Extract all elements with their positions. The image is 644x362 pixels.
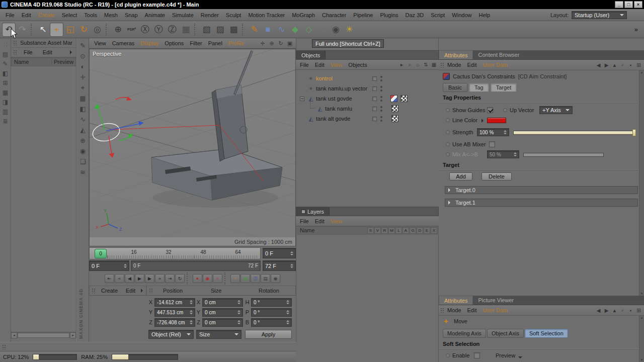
layer-flag-column[interactable]: L <box>395 227 402 234</box>
visibility-dots-icon[interactable] <box>380 116 382 118</box>
clone-tool-icon[interactable]: ❏ <box>77 156 88 167</box>
menu-item[interactable]: Character <box>318 11 350 20</box>
coordinate-system-icon[interactable]: ⊕ <box>111 23 125 37</box>
scroll-thumb[interactable] <box>18 333 69 338</box>
tab-content-browser[interactable]: Content Browser <box>473 50 524 59</box>
column-name[interactable]: Name <box>11 59 52 65</box>
viewport-menu-item[interactable]: Options <box>162 39 187 47</box>
palette-grip-icon[interactable]: ∷ <box>1 40 10 49</box>
menu-item[interactable]: Simulate <box>169 11 197 20</box>
spinner-icon[interactable] <box>188 319 193 326</box>
floor-object-icon[interactable]: ▬ <box>315 23 329 37</box>
position-x-field[interactable]: -14.612 cm <box>154 298 195 307</box>
magnet-tool-icon[interactable]: ⊕ <box>77 135 88 146</box>
menu-item[interactable]: Create <box>35 11 58 20</box>
attributes-menu-item[interactable]: Mode <box>444 61 464 69</box>
primitive-cube-icon[interactable]: ■ <box>261 23 275 37</box>
brush-tool-icon[interactable]: ✎ <box>77 40 88 51</box>
rotate-tool-icon[interactable]: ↻ <box>77 23 91 37</box>
record-camera-icon[interactable]: ◉ <box>271 274 280 283</box>
menu-item[interactable]: Snap <box>121 11 141 20</box>
home-path-icon[interactable]: ⌂ <box>414 61 422 68</box>
mask-tool-icon[interactable]: ◉ <box>77 146 88 156</box>
dodge-tool-icon[interactable]: ◐ <box>77 61 88 72</box>
layer-flag-column[interactable]: X <box>431 227 437 234</box>
search-icon[interactable]: ⌕ <box>619 61 626 69</box>
menu-item[interactable]: Tools <box>80 11 101 20</box>
menu-item[interactable]: Edit <box>18 11 35 20</box>
back-icon[interactable]: ◀ <box>595 61 602 69</box>
layer-toggle[interactable] <box>372 117 377 121</box>
rotation-b-field[interactable]: 0 ° <box>251 318 292 327</box>
coordinates-manager-icon[interactable]: ⊞ <box>1 78 10 87</box>
spinner-icon[interactable] <box>188 299 193 306</box>
rotation-p-field[interactable]: 0 ° <box>251 308 292 317</box>
size-x-field[interactable]: 0 cm <box>202 298 243 307</box>
pan-view-icon[interactable]: ✛ <box>259 39 267 47</box>
objects-menu-item[interactable]: File <box>297 61 312 69</box>
menu-item[interactable]: MoGraph <box>288 11 318 20</box>
stamp-tool-icon[interactable]: ✛ <box>77 72 88 82</box>
visibility-dots-icon[interactable] <box>380 106 382 108</box>
menu-item[interactable]: Select <box>58 11 81 20</box>
layout-dropdown[interactable]: Startup (User) <box>572 11 627 19</box>
position-z-field[interactable]: -726.408 cm <box>154 318 195 327</box>
spinner-icon[interactable] <box>122 262 127 269</box>
tool-menu-item[interactable]: User Data <box>480 306 511 314</box>
object-row-tank-alt-govde[interactable]: ◭ tank alt govde <box>296 114 439 124</box>
scale-tool-icon[interactable]: ◱ <box>63 23 77 37</box>
object-row-tank-ust-govde[interactable]: ◭ tank ust govde <box>296 94 439 104</box>
up-vector-dropdown[interactable]: +Y Axis <box>539 106 573 114</box>
apply-button[interactable]: Apply <box>245 330 292 339</box>
render-settings-icon[interactable]: ▨ <box>213 23 227 37</box>
param-dot-icon[interactable] <box>446 118 450 122</box>
move-tool-icon[interactable]: + <box>50 23 63 37</box>
param-dot-icon[interactable] <box>446 108 450 112</box>
target-row[interactable]: Target.1 <box>445 199 638 207</box>
tab-attributes-bottom[interactable]: Attributes <box>439 296 473 305</box>
visibility-dots-icon[interactable] <box>380 86 382 88</box>
prev-key-icon[interactable]: « <box>115 274 124 283</box>
menu-item[interactable]: Animate <box>141 11 169 20</box>
texture-tag-icon[interactable] <box>391 105 398 112</box>
spinner-icon[interactable] <box>285 299 289 306</box>
spinner-icon[interactable] <box>236 319 240 326</box>
objects-manager-icon[interactable]: ▥ <box>1 107 10 116</box>
layer-flag-column[interactable]: A <box>403 227 409 234</box>
show-guides-checkbox[interactable] <box>487 107 493 113</box>
menu-item[interactable]: Script <box>427 11 448 20</box>
position-y-field[interactable]: 447.513 cm <box>154 308 195 317</box>
use-ab-mixer-checkbox[interactable] <box>489 141 495 147</box>
add-target-button[interactable]: Add <box>449 172 472 180</box>
param-dot-icon[interactable] <box>446 353 450 357</box>
toggle-view-icon[interactable]: ▣ <box>286 39 294 47</box>
layers-name-column[interactable]: Name <box>297 227 367 233</box>
layer-flag-column[interactable]: V <box>374 227 381 234</box>
objects-menu-item[interactable]: Objects <box>345 61 370 69</box>
wave-tool-icon[interactable]: ≋ <box>77 167 88 177</box>
menu-item[interactable]: Mesh <box>101 11 121 20</box>
material-manager-icon[interactable]: ◧ <box>1 68 10 78</box>
line-color-swatch[interactable] <box>487 118 506 123</box>
minimize-button[interactable]: _ <box>615 1 623 8</box>
substance-menu-file[interactable]: File <box>20 48 36 57</box>
size-y-field[interactable]: 0 cm <box>202 308 243 317</box>
menu-item[interactable]: File <box>2 11 18 20</box>
window-layout-icon[interactable]: ▤ <box>1 49 10 59</box>
layers-menu-item[interactable]: View <box>328 217 346 225</box>
layers-menu-item[interactable]: Edit <box>312 217 328 225</box>
layer-flag-column[interactable]: R <box>381 227 388 234</box>
spline-tool-icon[interactable]: ∿ <box>77 114 88 125</box>
parent-up-icon[interactable]: ▲ <box>611 61 618 69</box>
structure-manager-icon[interactable]: ▦ <box>1 87 10 97</box>
tab-objects[interactable]: Objects <box>296 51 326 59</box>
key-position-icon[interactable]: + <box>230 274 240 283</box>
more-menus-icon[interactable]: ▸ <box>398 61 406 68</box>
lock-icon[interactable]: ▪ <box>627 307 634 314</box>
next-frame-icon[interactable]: ▶ <box>145 274 154 283</box>
menu-item[interactable]: Help <box>475 11 494 20</box>
column-preview[interactable]: Preview <box>52 59 76 65</box>
layer-toggle[interactable] <box>372 86 377 91</box>
visibility-dots-icon[interactable] <box>380 76 382 78</box>
coords-menu-edit[interactable]: Edit <box>123 287 138 295</box>
